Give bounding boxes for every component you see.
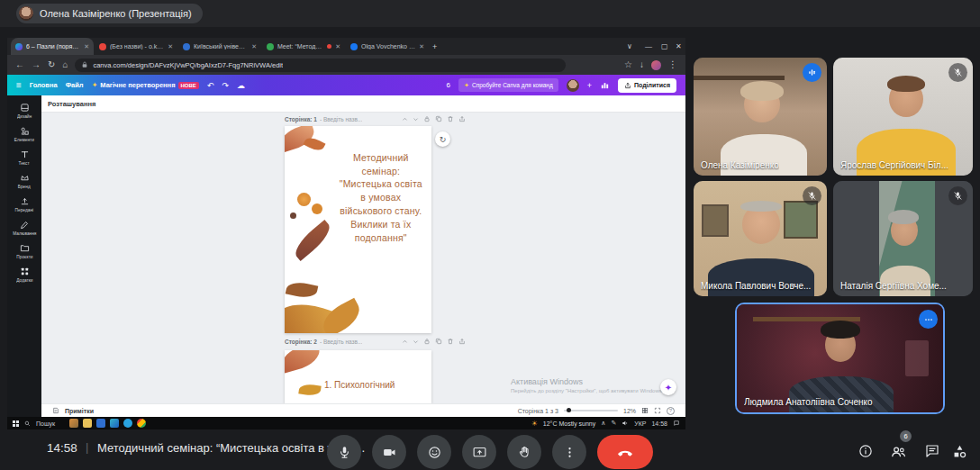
sidenav-elements[interactable]: Елементи bbox=[7, 123, 41, 145]
participant-tile-2[interactable]: Ярослав Сергійович Біл... bbox=[833, 58, 973, 176]
reactions-button[interactable] bbox=[417, 435, 451, 469]
tab-close-icon[interactable]: ✕ bbox=[251, 43, 257, 50]
delete-page-icon[interactable] bbox=[447, 338, 454, 345]
home-icon[interactable]: ⌂ bbox=[62, 60, 68, 69]
meeting-details-button[interactable] bbox=[858, 443, 874, 459]
slide-1-title[interactable]: Методичний семінар: "Мистецька освіта в … bbox=[336, 151, 425, 245]
chat-button[interactable] bbox=[924, 443, 940, 459]
position-button[interactable]: Розташування bbox=[48, 100, 95, 108]
taskbar-weather[interactable]: 12°C Mostly sunny bbox=[543, 420, 595, 427]
slide-1[interactable]: Методичний семінар: "Мистецька освіта в … bbox=[285, 126, 431, 333]
presenter-pill[interactable]: Олена Казіміренко (Презентація) bbox=[16, 4, 203, 23]
browser-profile-avatar[interactable] bbox=[651, 60, 661, 70]
volume-icon[interactable] bbox=[622, 420, 629, 427]
magic-switch-button[interactable]: ✦ Магічне перетворення НОВЕ bbox=[92, 81, 199, 89]
sidenav-uploads[interactable]: Передані bbox=[7, 194, 41, 215]
end-call-button[interactable] bbox=[597, 435, 653, 469]
lock-page-icon[interactable] bbox=[423, 338, 431, 345]
reload-icon[interactable]: ↻ bbox=[48, 60, 55, 69]
camera-button[interactable] bbox=[372, 435, 406, 469]
telegram-icon[interactable] bbox=[123, 419, 132, 428]
zoom-slider-knob[interactable] bbox=[567, 408, 571, 412]
tab-close-icon[interactable]: ✕ bbox=[168, 43, 173, 50]
participant-tile-3[interactable]: Микола Павлович Вовче... bbox=[694, 181, 827, 296]
slide-2-text[interactable]: 1. Психологічний bbox=[324, 380, 395, 390]
photo-app-icon[interactable] bbox=[69, 419, 78, 428]
chrome-icon[interactable] bbox=[137, 419, 146, 428]
activities-button[interactable] bbox=[951, 443, 968, 460]
notes-button[interactable]: Примітки bbox=[65, 408, 94, 414]
undo-icon[interactable]: ↶ bbox=[207, 81, 214, 90]
zoom-slider[interactable] bbox=[564, 410, 618, 411]
sidenav-brand[interactable]: Бренд bbox=[7, 170, 41, 192]
url-field[interactable]: canva.com/design/DAFvzKjVwPQ/bgAIxzD7-Fq… bbox=[75, 59, 566, 72]
slide-2[interactable]: 1. Психологічний bbox=[285, 350, 431, 403]
new-tab-button[interactable]: + bbox=[432, 42, 437, 51]
move-up-icon[interactable] bbox=[402, 339, 408, 345]
canva-file-menu[interactable]: Файл bbox=[66, 81, 84, 89]
sidenav-projects[interactable]: Проєкти bbox=[7, 240, 41, 262]
move-down-icon[interactable] bbox=[413, 339, 419, 345]
more-options-button[interactable] bbox=[552, 435, 586, 469]
duplicate-page-icon[interactable] bbox=[435, 115, 442, 122]
try-canva-teams-button[interactable]: ✦ Спробуйте Canva для команд bbox=[458, 78, 558, 92]
tray-expand-icon[interactable]: ∧ bbox=[601, 420, 605, 427]
word-app-icon[interactable] bbox=[96, 419, 105, 428]
comments-count[interactable]: 6 bbox=[447, 81, 450, 89]
page-title-hint[interactable]: - Введіть назв... bbox=[320, 116, 363, 122]
action-center-icon[interactable] bbox=[673, 420, 680, 427]
participant-tile-1[interactable]: Олена Казіміренко bbox=[694, 58, 827, 176]
start-button[interactable] bbox=[13, 420, 19, 427]
sidenav-draw[interactable]: Малювання bbox=[7, 217, 41, 239]
taskbar-search[interactable]: Пошук bbox=[36, 420, 55, 427]
downloads-icon[interactable]: ↓ bbox=[640, 60, 644, 69]
sidenav-apps[interactable]: Додатки bbox=[7, 264, 41, 285]
help-button[interactable]: ? bbox=[667, 407, 675, 415]
canva-assistant-button[interactable]: ✦ bbox=[660, 379, 676, 395]
add-page-icon[interactable] bbox=[458, 338, 466, 345]
participants-button[interactable] bbox=[890, 443, 907, 460]
window-maximize-button[interactable]: ▢ bbox=[661, 42, 668, 50]
sidenav-design[interactable]: Дизайн bbox=[7, 100, 41, 122]
lock-page-icon[interactable] bbox=[423, 115, 431, 122]
zoom-level[interactable]: 12% bbox=[623, 408, 636, 414]
insights-chart-icon[interactable] bbox=[600, 80, 610, 90]
canva-share-button[interactable]: Поділитися bbox=[618, 78, 676, 93]
browser-menu-icon[interactable]: ⋮ bbox=[668, 60, 677, 69]
forward-icon[interactable]: → bbox=[32, 60, 41, 69]
browser-tab-4[interactable]: Meet: “Методичний семін... ✕ bbox=[262, 38, 345, 55]
raise-hand-button[interactable] bbox=[507, 435, 541, 469]
browser-tab-2[interactable]: (Без назви) - o.kazimirenko@k... ✕ bbox=[95, 38, 177, 55]
add-member-icon[interactable]: + bbox=[587, 81, 592, 90]
tab-close-icon[interactable]: ✕ bbox=[335, 43, 340, 50]
canva-user-avatar[interactable] bbox=[567, 79, 579, 92]
tab-search-icon[interactable]: ∨ bbox=[627, 42, 632, 50]
add-page-icon[interactable] bbox=[458, 115, 466, 122]
explorer-icon[interactable] bbox=[83, 419, 92, 428]
bookmark-star-icon[interactable]: ☆ bbox=[624, 60, 632, 69]
present-screen-button[interactable] bbox=[462, 435, 496, 469]
regenerate-button[interactable]: ↻ bbox=[435, 131, 450, 147]
canva-home-menu[interactable]: Головна bbox=[30, 81, 58, 89]
grid-view-icon[interactable] bbox=[641, 407, 649, 414]
page-title-hint[interactable]: - Введіть назв... bbox=[320, 339, 363, 345]
tile-options-icon[interactable] bbox=[919, 310, 938, 329]
edge-icon[interactable] bbox=[110, 419, 119, 428]
move-up-icon[interactable] bbox=[402, 116, 408, 122]
participant-tile-5-focused[interactable]: Людмила Анатоліївна Соченко bbox=[735, 303, 945, 414]
taskbar-clock[interactable]: 14:58 bbox=[651, 420, 667, 427]
duplicate-page-icon[interactable] bbox=[435, 338, 442, 345]
delete-page-icon[interactable] bbox=[447, 115, 454, 122]
hamburger-menu-icon[interactable]: ≡ bbox=[16, 80, 22, 90]
redo-icon[interactable]: ↷ bbox=[222, 81, 229, 90]
browser-tab-3[interactable]: Київський університет імені Б... ✕ bbox=[178, 38, 261, 55]
browser-tab-5[interactable]: Olga Vovchenko - Усні практ... ✕ bbox=[346, 38, 429, 55]
window-close-button[interactable]: ✕ bbox=[676, 42, 682, 50]
keyboard-language[interactable]: УКР bbox=[634, 420, 646, 427]
fullscreen-icon[interactable] bbox=[654, 407, 661, 414]
tab-close-icon[interactable]: ✕ bbox=[84, 43, 89, 50]
browser-tab-1[interactable]: 6 – Пазли (порядна оріє... ✕ bbox=[11, 38, 94, 55]
tab-close-icon[interactable]: ✕ bbox=[419, 43, 424, 50]
window-minimize-button[interactable]: — bbox=[645, 42, 652, 50]
move-down-icon[interactable] bbox=[413, 116, 419, 122]
